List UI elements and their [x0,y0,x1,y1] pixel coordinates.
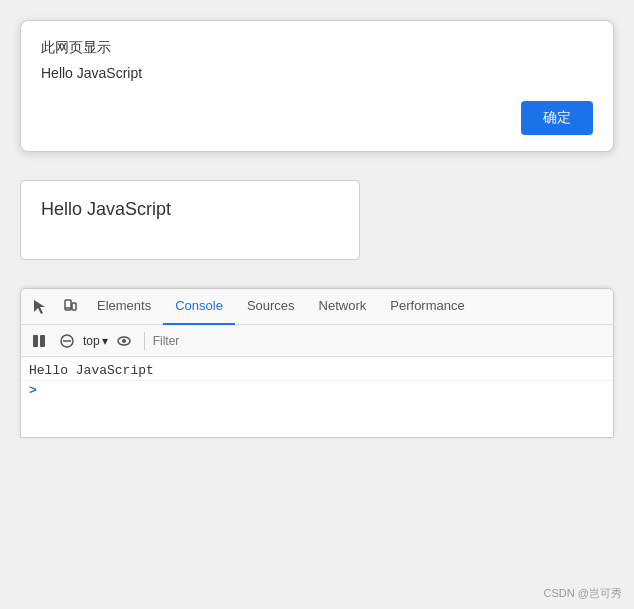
svg-point-8 [122,339,126,343]
tab-sources[interactable]: Sources [235,289,307,325]
filter-input[interactable] [153,334,253,348]
alert-footer: 确定 [41,101,593,135]
context-arrow: ▾ [102,334,108,348]
devtools-panel: Elements Console Sources Network Perform… [20,288,614,438]
page-hello-text: Hello JavaScript [41,199,171,219]
console-log-line: Hello JavaScript [21,361,613,381]
console-prompt-line[interactable]: > [21,381,613,400]
page-content-box: Hello JavaScript [20,180,360,260]
svg-rect-1 [72,303,76,310]
console-output: Hello JavaScript > [21,357,613,437]
tab-console[interactable]: Console [163,289,235,325]
context-label: top [83,334,100,348]
svg-rect-3 [33,335,38,347]
devtools-tab-bar: Elements Console Sources Network Perform… [21,289,613,325]
watermark: CSDN @岂可秀 [544,586,622,601]
tab-network[interactable]: Network [307,289,379,325]
alert-title: 此网页显示 [41,39,593,57]
devtools-cursor-icon[interactable] [25,294,55,320]
devtools-device-icon[interactable] [55,294,85,320]
devtools-toolbar: top ▾ [21,325,613,357]
toolbar-eye-icon[interactable] [112,331,136,351]
alert-message: Hello JavaScript [41,65,593,81]
toolbar-run-icon[interactable] [27,331,51,351]
toolbar-divider [144,332,145,350]
console-log-text: Hello JavaScript [29,363,154,378]
svg-rect-4 [40,335,45,347]
context-selector[interactable]: top ▾ [83,334,108,348]
tab-elements[interactable]: Elements [85,289,163,325]
tab-performance[interactable]: Performance [378,289,476,325]
alert-ok-button[interactable]: 确定 [521,101,593,135]
console-prompt-text: > [29,383,37,398]
alert-dialog: 此网页显示 Hello JavaScript 确定 [20,20,614,152]
toolbar-clear-icon[interactable] [55,331,79,351]
